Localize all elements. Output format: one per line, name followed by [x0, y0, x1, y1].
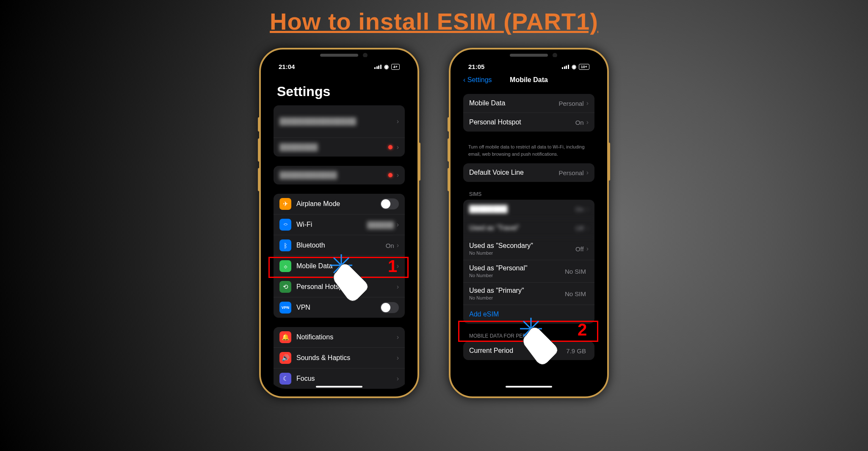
alerts-group: 🔔 Notifications › 🔊 Sounds & Haptics › ☾… [274, 327, 405, 389]
notch [510, 54, 548, 57]
alert-dot-icon [388, 145, 393, 149]
bell-icon: 🔔 [279, 331, 291, 343]
notifications-row[interactable]: 🔔 Notifications › [274, 327, 405, 348]
vpn-icon: VPN [279, 302, 291, 314]
mobile-data-row[interactable]: ⟐ Mobile Data › [274, 256, 405, 277]
antenna-icon: ⟐ [279, 260, 291, 272]
settings-title: Settings [268, 73, 411, 105]
data-group: Mobile Data Personal › Personal Hotspot … [463, 94, 594, 132]
voice-line-row[interactable]: Default Voice Line Personal › [463, 163, 594, 182]
sim-row-primary[interactable]: Used as "Primary" No Number No SIM [463, 283, 594, 305]
speaker-icon: 🔊 [279, 352, 291, 364]
nav-title: Mobile Data [510, 76, 548, 84]
back-button[interactable]: ‹ Settings [463, 76, 492, 84]
wifi-icon: ◉ [572, 63, 576, 70]
hotspot-row[interactable]: Personal Hotspot On › [463, 113, 594, 132]
wifi-row[interactable]: ⌔ Wi-Fi ██████ › [274, 214, 405, 235]
nav-bar: ‹ Settings Mobile Data [457, 73, 600, 88]
airplane-row[interactable]: ✈ Airplane Mode [274, 194, 405, 214]
sims-group: ████████ On › Used as "Travel" Off › Use… [463, 200, 594, 324]
wifi-icon: ⌔ [279, 219, 291, 231]
clock: 21:05 [468, 63, 484, 70]
sim-row-secondary[interactable]: Used as "Secondary" No Number Off › [463, 238, 594, 260]
notch [320, 54, 358, 57]
home-indicator [316, 386, 362, 388]
vpn-row[interactable]: VPN VPN [274, 297, 405, 318]
wifi-icon: ◉ [384, 63, 389, 70]
sims-header: SIMs [457, 191, 600, 200]
sim-row-personal[interactable]: Used as "Personal" No Number No SIM [463, 260, 594, 283]
battery-icon: 4+ [391, 64, 400, 70]
alert-dot-icon [388, 173, 393, 177]
phone-mobile-data: 21:05 ◉ 10+ ‹ Settings Mobile Data Mobil… [449, 48, 609, 398]
phones-stage: 21:04 ◉ 4+ Settings ████████████████ › █… [0, 48, 868, 398]
hotspot-row[interactable]: ⟲ Personal Hotspot › [274, 277, 405, 297]
signal-icon [374, 65, 381, 69]
vpn-toggle[interactable] [380, 302, 399, 313]
clock: 21:04 [279, 63, 295, 70]
home-indicator [506, 386, 552, 388]
profile-row[interactable]: ████████████████ › [274, 105, 405, 138]
phone-settings: 21:04 ◉ 4+ Settings ████████████████ › █… [259, 48, 419, 398]
sounds-row[interactable]: 🔊 Sounds & Haptics › [274, 348, 405, 368]
current-period-row[interactable]: Current Period 7.9 GB [463, 341, 594, 360]
airplane-toggle[interactable] [380, 198, 399, 209]
voice-group: Default Voice Line Personal › [463, 163, 594, 182]
profile-group: ████████████████ › ████████ › [274, 105, 405, 157]
bluetooth-icon: ᛒ [279, 239, 291, 251]
hotspot-icon: ⟲ [279, 281, 291, 293]
page-title: How to install ESIM (PART1) [0, 8, 868, 35]
signal-icon [562, 65, 569, 69]
usage-group: Current Period 7.9 GB [463, 341, 594, 360]
chevron-right-icon: › [397, 118, 399, 125]
single-blur-group: ████████████ › [274, 166, 405, 184]
moon-icon: ☾ [279, 373, 291, 385]
add-esim-row[interactable]: Add eSIM [463, 305, 594, 324]
sim-row-2[interactable]: Used as "Travel" Off › [463, 219, 594, 238]
step2-number: 2 [578, 320, 587, 339]
mobile-data-row[interactable]: Mobile Data Personal › [463, 94, 594, 113]
airplane-icon: ✈ [279, 198, 291, 210]
step1-number: 1 [388, 257, 397, 276]
status-bar: 21:04 ◉ 4+ [268, 57, 411, 73]
bluetooth-row[interactable]: ᛒ Bluetooth On › [274, 235, 405, 256]
battery-icon: 10+ [579, 64, 589, 70]
help-text: Turn off mobile data to restrict all dat… [457, 141, 600, 163]
status-bar: 21:05 ◉ 10+ [457, 57, 600, 73]
connectivity-group: ✈ Airplane Mode ⌔ Wi-Fi ██████ › ᛒ Bluet… [274, 194, 405, 318]
blurred-row[interactable]: ████████████ › [274, 166, 405, 184]
profile-sub-row[interactable]: ████████ › [274, 138, 405, 157]
sim-row-1[interactable]: ████████ On › [463, 200, 594, 219]
